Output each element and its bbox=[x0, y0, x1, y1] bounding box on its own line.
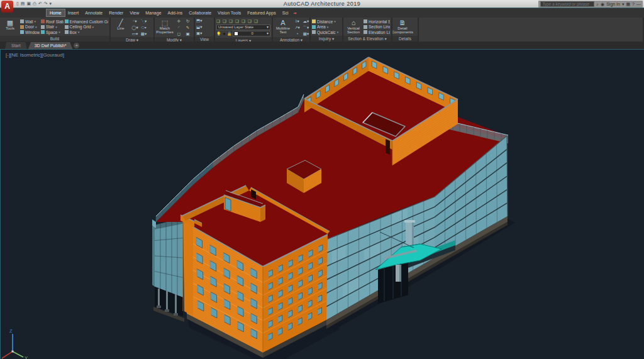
draw-tool-3[interactable]: ⬭▾ bbox=[140, 25, 148, 30]
inquiry-distance[interactable]: Distance▾ bbox=[312, 19, 338, 24]
modify-tool-3[interactable]: ✎ bbox=[184, 25, 192, 30]
detail-components-button[interactable]: 🗎Detail Components bbox=[394, 18, 411, 35]
vertical-section-button[interactable]: ⌂Vertical Section bbox=[345, 18, 362, 35]
layer-tool-1[interactable]: ❏ bbox=[223, 19, 228, 24]
ribbon-panel-modify: ⬚Match Properties✛↻◜✎◻▣Modify ▾ bbox=[155, 18, 195, 41]
annotation-tool-4[interactable]: ◔ bbox=[293, 31, 301, 36]
line-button-icon: ╱ bbox=[119, 19, 123, 26]
draw-tool-2[interactable]: ◯▾ bbox=[131, 25, 139, 30]
annotation-tool-2[interactable]: ↗▾ bbox=[293, 25, 301, 30]
menu-tab-render[interactable]: Render bbox=[106, 9, 126, 16]
annotation-tool-0[interactable]: ⌇▾ bbox=[293, 18, 301, 24]
menu-extra-icon[interactable]: ▪▾ bbox=[293, 11, 296, 15]
build-space[interactable]: Space▾ bbox=[41, 30, 64, 35]
viewport[interactable]: [-][NE Isometric][Gouraud]ZY bbox=[0, 49, 644, 359]
build-roof-slab-icon bbox=[41, 19, 45, 23]
user-icon[interactable]: ◉ bbox=[601, 2, 604, 7]
sign-in-label[interactable]: Sign In bbox=[606, 2, 620, 6]
build-door[interactable]: Door▾ bbox=[20, 25, 40, 30]
draw-tool-4[interactable]: ▭▾ bbox=[131, 31, 139, 36]
section-section-line[interactable]: Section Line▾ bbox=[364, 25, 390, 30]
layer-ctl-0[interactable]: 💡 bbox=[216, 31, 221, 36]
menu-tab-addins[interactable]: Add-ins bbox=[165, 9, 186, 16]
layer-tool-2[interactable]: ❏ bbox=[229, 19, 234, 24]
menu-tab-featuredapps[interactable]: Featured Apps bbox=[244, 9, 279, 16]
cart-icon[interactable]: ▦ bbox=[626, 2, 630, 7]
ribbon-panel-inquiry: Distance▾Area▾QuickCalc▾Inquiry ▾ bbox=[311, 18, 343, 41]
section-elevation-line[interactable]: Elevation Line▾ bbox=[364, 30, 390, 35]
match-properties-button[interactable]: ⬚Match Properties bbox=[156, 18, 174, 36]
current-layer-dropdown[interactable]: 0▾ bbox=[233, 31, 270, 36]
layer-ctl-2[interactable]: 🔒 bbox=[227, 31, 232, 36]
build-space-icon bbox=[41, 30, 45, 34]
annotation-tool-5[interactable]: ▦▾ bbox=[302, 31, 310, 36]
build-roof-slab[interactable]: Roof Slab▾ bbox=[41, 19, 64, 24]
build-box[interactable]: Box▾ bbox=[65, 30, 108, 35]
viewport-canvas[interactable]: [-][NE Isometric][Gouraud]ZY bbox=[1, 49, 644, 359]
build-wall-icon bbox=[20, 19, 24, 23]
search-icon[interactable]: ⌕ bbox=[596, 2, 599, 7]
modify-tool-5[interactable]: ▣ bbox=[184, 31, 192, 36]
build-ceiling-grid-icon bbox=[65, 25, 69, 29]
inquiry-quickcalc[interactable]: QuickCalc▾ bbox=[312, 30, 338, 35]
ribbon-tab-bar: HomeInsertAnnotateRenderViewManageAdd-in… bbox=[0, 8, 644, 18]
view-tool-2[interactable]: ▣▾ bbox=[196, 31, 202, 36]
app-logo[interactable]: A bbox=[1, 1, 13, 13]
section-horizontal-section[interactable]: Horizontal Section▾ bbox=[364, 19, 390, 24]
modify-tool-2[interactable]: ◜ bbox=[175, 25, 183, 30]
view-tool-1[interactable]: ⬓▾ bbox=[196, 25, 202, 30]
view-tool-0[interactable]: ⬒▾ bbox=[196, 18, 202, 23]
menu-tab-annotate[interactable]: Annotate bbox=[82, 9, 106, 16]
layer-tool-6[interactable]: ❏ bbox=[254, 19, 259, 24]
modify-tool-4[interactable]: ◻ bbox=[175, 31, 183, 36]
menu-tab-collaborate[interactable]: Collaborate bbox=[186, 9, 214, 16]
modify-tool-0[interactable]: ✛ bbox=[175, 18, 183, 24]
tools-button[interactable]: ▦Tools bbox=[1, 18, 19, 35]
layer-ctl-1[interactable]: ☀ bbox=[223, 31, 226, 36]
draw-tool-0[interactable]: ◜▾ bbox=[131, 18, 139, 24]
panel-label-view: View bbox=[195, 36, 214, 41]
layer-tool-0[interactable]: ❏ bbox=[216, 19, 221, 24]
title-bar: A ▯ ▤ ▣ ⎙ ↶ ↷ ▾ AutoCAD Architecture 201… bbox=[0, 0, 644, 8]
layer-tool-3[interactable]: ❏ bbox=[235, 19, 240, 24]
search-input[interactable] bbox=[540, 1, 594, 7]
menu-tab-home[interactable]: Home bbox=[47, 9, 65, 16]
menu-tab-insert[interactable]: Insert bbox=[65, 9, 82, 16]
ribbon-panel-draw: ╱Line◜▾⋱▾◯▾⬭▾▭▾▦▾Draw ▾ bbox=[111, 18, 155, 41]
build-stair[interactable]: Stair▾ bbox=[41, 25, 64, 30]
new-tab-button[interactable]: + bbox=[74, 43, 79, 48]
help-icon[interactable]: ? bbox=[632, 2, 635, 6]
build-window[interactable]: Window▾ bbox=[20, 30, 40, 35]
build-enhanced-custom-grid[interactable]: Enhanced Custom Grid▾ bbox=[65, 19, 108, 24]
multiline-text-button[interactable]: AMultiline Text bbox=[274, 18, 292, 36]
annotation-tool-1[interactable]: ☁▾ bbox=[302, 18, 310, 24]
panel-label-layers: Layers ▾ bbox=[215, 38, 272, 41]
panel-label-annotation: Annotation ▾ bbox=[273, 37, 309, 41]
menu-tab-visiontools[interactable]: Vision Tools bbox=[214, 9, 244, 16]
build-wall[interactable]: Wall▾ bbox=[20, 19, 40, 24]
layer-tool-5[interactable]: ❏ bbox=[248, 19, 253, 24]
line-button[interactable]: ╱Line bbox=[112, 18, 130, 36]
viewport-label: [-][NE Isometric][Gouraud] bbox=[6, 52, 64, 58]
annotation-tool-3[interactable]: ⌒▾ bbox=[302, 25, 310, 30]
panel-label-modify: Modify ▾ bbox=[155, 37, 194, 41]
inquiry-area[interactable]: Area▾ bbox=[312, 25, 338, 30]
ribbon-empty bbox=[419, 18, 644, 41]
build-ceiling-grid[interactable]: Ceiling Grid▾ bbox=[65, 25, 108, 30]
layer-state-dropdown[interactable]: Unsaved Layer State▾ bbox=[216, 25, 270, 30]
menu-tab-sci[interactable]: Sci bbox=[279, 9, 292, 16]
dropdown-icon[interactable]: ▾ bbox=[622, 2, 625, 7]
draw-tool-5[interactable]: ▦▾ bbox=[140, 31, 148, 36]
minimize-icon[interactable]: — bbox=[636, 2, 641, 6]
layer-tool-4[interactable]: ❏ bbox=[242, 19, 247, 24]
file-tab-start[interactable]: Start bbox=[5, 42, 27, 49]
panel-label-section-elevation: Section & Elevation ▾ bbox=[343, 36, 391, 41]
build-box-icon bbox=[65, 30, 69, 34]
file-tab-3ddwfpublish[interactable]: 3D Dwf Publish* bbox=[28, 42, 73, 49]
menu-tab-manage[interactable]: Manage bbox=[142, 9, 164, 16]
modify-tool-1[interactable]: ↻ bbox=[184, 18, 192, 24]
draw-tool-1[interactable]: ⋱▾ bbox=[140, 18, 148, 24]
match-properties-button-icon: ⬚ bbox=[162, 19, 168, 26]
menu-tab-view[interactable]: View bbox=[126, 9, 142, 16]
panel-label-details: Details bbox=[392, 36, 418, 41]
